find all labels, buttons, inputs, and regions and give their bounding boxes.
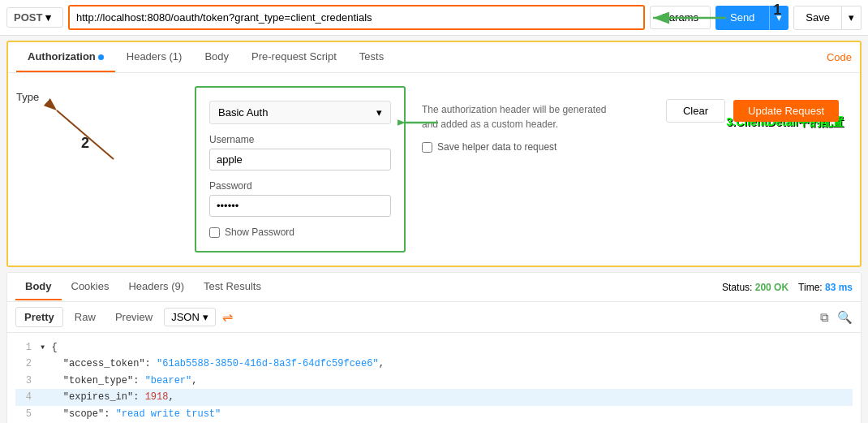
update-request-button[interactable]: Update Request: [733, 100, 839, 122]
line-content-4: "expires_in": 1918,: [40, 389, 174, 405]
url-row: 1: [68, 5, 645, 30]
tab-body[interactable]: Body: [193, 42, 240, 72]
annotation-1: 1: [773, 2, 781, 19]
line-content-5: "scope": "read write trust": [40, 406, 221, 422]
show-password-checkbox[interactable]: [209, 227, 220, 238]
code-line-4: 4 "expires_in": 1918,: [15, 389, 853, 405]
svg-line-3: [57, 110, 114, 159]
auth-left: Type 2: [16, 86, 195, 253]
time-value: 83 ms: [825, 282, 853, 293]
response-tabs: Body Cookies Headers (9) Test Results St…: [7, 273, 861, 302]
line-num-3: 3: [15, 373, 32, 389]
type-select[interactable]: Basic Auth ▾: [209, 101, 391, 124]
line-content-1: ▾ {: [40, 339, 58, 356]
time-label: Time: 83 ms: [798, 282, 853, 293]
save-dropdown-button[interactable]: ▾: [842, 6, 862, 30]
arrow-1-svg: [645, 6, 742, 29]
response-code: 1 ▾ { 2 "access_token": "61ab5588-3850-4…: [7, 333, 861, 423]
tab-headers[interactable]: Headers (1): [115, 42, 194, 72]
top-bar: POST ▾ 1 Params Send ▾ Save ▾: [0, 0, 868, 36]
username-label: Username: [209, 134, 391, 145]
save-helper-checkbox[interactable]: [422, 142, 432, 153]
method-select[interactable]: POST ▾: [6, 7, 63, 28]
username-input[interactable]: [209, 149, 391, 170]
line-num-4: 4: [15, 389, 32, 405]
request-tabs: Authorization Headers (1) Body Pre-reque…: [8, 42, 860, 73]
resp-tab-raw[interactable]: Raw: [67, 308, 104, 326]
status-label: Status: 200 OK: [722, 282, 789, 293]
tab-body-response[interactable]: Body: [15, 274, 62, 300]
save-button[interactable]: Save: [793, 6, 842, 30]
code-line-3: 3 "token_type": "bearer",: [15, 373, 853, 389]
method-label: POST: [14, 11, 42, 24]
search-button[interactable]: 🔍: [837, 310, 853, 325]
method-dropdown-icon: ▾: [45, 11, 51, 24]
format-icon: ⇌: [222, 309, 233, 325]
tab-test-results[interactable]: Test Results: [194, 274, 271, 300]
status-value: 200 OK: [755, 282, 789, 293]
code-line-1: 1 ▾ {: [15, 339, 853, 356]
line-content-2: "access_token": "61ab5588-3850-416d-8a3f…: [40, 356, 385, 372]
show-password-label: Show Password: [225, 227, 294, 238]
clear-button[interactable]: Clear: [666, 99, 725, 123]
format-select[interactable]: JSON ▾: [164, 308, 216, 326]
save-helper-label: Save helper data to request: [437, 141, 556, 153]
tab-headers-response[interactable]: Headers (9): [118, 274, 194, 300]
password-input[interactable]: [209, 195, 391, 217]
type-select-chevron: ▾: [376, 106, 382, 119]
arrow-3-svg: [397, 110, 446, 135]
resp-tab-preview[interactable]: Preview: [107, 308, 161, 326]
tab-cookies[interactable]: Cookies: [62, 274, 119, 300]
format-label: JSON: [171, 311, 200, 323]
resp-tab-pretty[interactable]: Pretty: [15, 307, 63, 327]
password-field-row: Password: [209, 180, 391, 217]
auth-content: Type 2 Basic Auth ▾ Username: [8, 73, 860, 265]
tab-authorization[interactable]: Authorization: [16, 42, 115, 72]
clear-update-row: Clear Update Request: [666, 99, 839, 123]
line-content-3: "token_type": "bearer",: [40, 373, 197, 389]
type-select-value: Basic Auth: [218, 106, 268, 119]
password-label: Password: [209, 180, 391, 192]
response-toolbar: Pretty Raw Preview JSON ▾ ⇌ ⧉ 🔍: [7, 302, 861, 333]
line-num-1: 1: [15, 339, 32, 356]
response-actions: ⧉ 🔍: [820, 310, 853, 325]
response-status-info: Status: 200 OK Time: 83 ms: [722, 282, 853, 293]
line-num-5: 5: [15, 406, 32, 422]
url-input[interactable]: [70, 6, 643, 28]
format-chevron: ▾: [203, 311, 208, 323]
request-panel: Authorization Headers (1) Body Pre-reque…: [6, 41, 862, 267]
save-helper-row: Save helper data to request: [422, 141, 836, 153]
show-password-row: Show Password: [209, 227, 391, 238]
code-link[interactable]: Code: [827, 43, 852, 71]
line-num-2: 2: [15, 356, 32, 372]
code-line-2: 2 "access_token": "61ab5588-3850-416d-8a…: [15, 356, 853, 372]
save-button-group: Save ▾: [793, 6, 862, 30]
auth-dot: [98, 54, 104, 60]
auth-form: Basic Auth ▾ Username Password Show Pass…: [195, 86, 406, 253]
copy-button[interactable]: ⧉: [820, 310, 829, 325]
code-line-5: 5 "scope": "read write trust": [15, 406, 853, 422]
auth-right: The authorization header will be generat…: [406, 86, 852, 253]
response-panel: Body Cookies Headers (9) Test Results St…: [6, 272, 862, 423]
tab-tests[interactable]: Tests: [348, 42, 395, 72]
url-input-wrapper: [68, 5, 645, 30]
username-field-row: Username: [209, 134, 391, 170]
tab-pre-request-script[interactable]: Pre-request Script: [240, 42, 348, 72]
arrow-2-svg: [32, 94, 162, 167]
